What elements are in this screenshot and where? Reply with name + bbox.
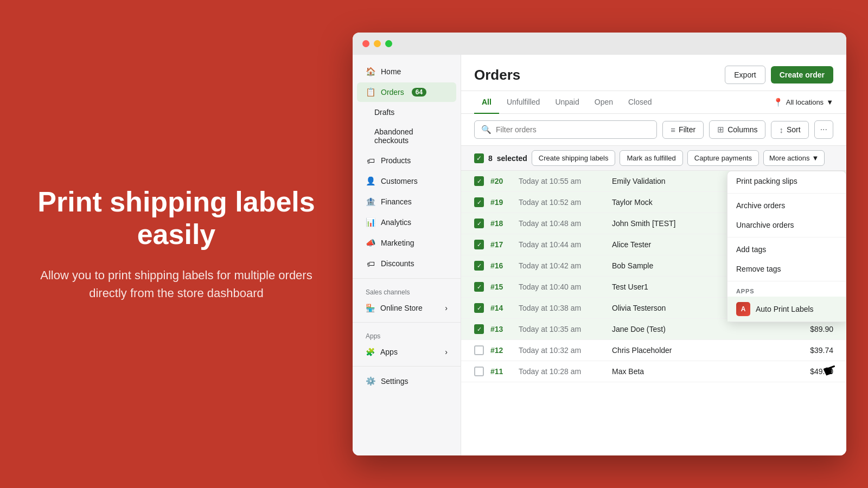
close-button[interactable] — [362, 40, 369, 47]
order-number: #12 — [490, 346, 512, 355]
sidebar-item-products[interactable]: 🏷 Products — [357, 151, 456, 170]
order-number: #14 — [490, 304, 512, 312]
row-checkbox[interactable] — [474, 345, 484, 355]
tab-unfulfilled[interactable]: Unfulfilled — [499, 91, 547, 114]
capture-payments-button[interactable]: Capture payments — [687, 150, 759, 166]
chevron-right-icon: › — [445, 304, 448, 312]
location-pin-icon: 📍 — [773, 98, 783, 107]
order-customer-name: Max Beta — [612, 367, 783, 376]
sidebar-item-orders[interactable]: 📋 Orders 64 — [357, 82, 456, 102]
columns-button[interactable]: ⊞ Columns — [709, 120, 765, 139]
order-customer-name: Alice Tester — [612, 240, 783, 249]
toolbar-more-button[interactable]: ··· — [814, 120, 833, 139]
search-box[interactable]: 🔍 — [474, 120, 657, 139]
table-row[interactable]: ✓ #13 Today at 10:35 am Jane Doe (Test) … — [461, 319, 846, 340]
table-row[interactable]: ✓ #15 Today at 10:40 am Test User1 $215.… — [461, 277, 846, 298]
sidebar-item-online-store[interactable]: 🏪 Online Store › — [357, 299, 456, 317]
order-amount: $69.74 — [790, 261, 833, 270]
sidebar-item-drafts[interactable]: Drafts — [357, 103, 456, 121]
create-shipping-labels-button[interactable]: Create shipping labels — [532, 150, 616, 166]
sidebar-item-customers[interactable]: 👤 Customers — [357, 171, 456, 191]
row-checkbox[interactable]: ✓ — [474, 303, 484, 313]
orders-badge: 64 — [412, 88, 426, 97]
sidebar-item-abandoned[interactable]: Abandoned checkouts — [357, 123, 456, 150]
row-checkbox[interactable]: ✓ — [474, 282, 484, 292]
analytics-icon: 📊 — [366, 217, 375, 227]
table-row[interactable]: ✓ #20 Today at 10:55 am Emily Validation… — [461, 171, 846, 192]
table-row[interactable]: ✓ #14 Today at 10:38 am Olivia Testerson… — [461, 298, 846, 319]
order-time: Today at 10:35 am — [519, 325, 605, 333]
location-chevron-icon: ▼ — [826, 98, 833, 106]
settings-icon: ⚙️ — [366, 376, 375, 386]
tabs: All Unfulfilled Unpaid Open Closed — [474, 91, 660, 113]
sales-channels-label: Sales channels — [353, 283, 461, 298]
sidebar-item-home[interactable]: 🏠 Home — [357, 62, 456, 81]
products-icon: 🏷 — [366, 156, 375, 165]
order-number: #13 — [490, 325, 512, 333]
table-row[interactable]: #12 Today at 10:32 am Chris Placeholder … — [461, 340, 846, 361]
mark-as-fulfilled-button[interactable]: Mark as fulfilled — [620, 150, 682, 166]
selection-bar: ✓ 8 selected Create shipping labels Mark… — [461, 146, 846, 171]
marketing-icon: 📣 — [366, 238, 375, 248]
table-row[interactable]: ✓ #17 Today at 10:44 am Alice Tester $43… — [461, 234, 846, 255]
order-customer-name: Jane Doe (Test) — [612, 325, 783, 333]
main-content: Orders Export Create order All Unfulfill… — [461, 55, 846, 455]
location-filter[interactable]: 📍 All locations ▼ — [773, 98, 833, 107]
home-icon: 🏠 — [366, 67, 375, 76]
order-amount: $49.90 — [790, 367, 833, 376]
marketing-subtitle: Allow you to print shipping labels for m… — [33, 266, 320, 302]
tab-all[interactable]: All — [474, 91, 499, 114]
order-number: #19 — [490, 198, 512, 207]
tab-open[interactable]: Open — [587, 91, 621, 114]
selected-label: selected — [497, 154, 527, 163]
sidebar-item-analytics[interactable]: 📊 Analytics — [357, 213, 456, 232]
online-store-icon: 🏪 — [366, 304, 375, 312]
discounts-icon: 🏷 — [366, 259, 375, 268]
table-row[interactable]: ✓ #16 Today at 10:42 am Bob Sample $69.7… — [461, 255, 846, 277]
row-checkbox[interactable]: ✓ — [474, 197, 484, 207]
filter-button[interactable]: ≡ Filter — [662, 121, 704, 139]
order-amount: $29.74 — [790, 177, 833, 185]
order-time: Today at 10:40 am — [519, 282, 605, 291]
select-all-checkbox[interactable]: ✓ — [474, 153, 484, 163]
maximize-button[interactable] — [385, 40, 392, 47]
more-actions-chevron-icon: ▼ — [812, 154, 819, 162]
sidebar-divider-3 — [353, 366, 461, 367]
apps-icon: 🧩 — [366, 348, 375, 356]
row-checkbox[interactable]: ✓ — [474, 240, 484, 249]
table-row[interactable]: ✓ #19 Today at 10:52 am Taylor Mock $39.… — [461, 192, 846, 213]
minimize-button[interactable] — [374, 40, 381, 47]
tabs-row: All Unfulfilled Unpaid Open Closed 📍 All… — [461, 91, 846, 114]
sidebar-divider-2 — [353, 322, 461, 323]
header-actions: Export Create order — [725, 66, 833, 84]
sidebar-item-apps[interactable]: 🧩 Apps › — [357, 343, 456, 361]
tab-unpaid[interactable]: Unpaid — [547, 91, 586, 114]
sort-button[interactable]: ↕ Sort — [771, 121, 808, 139]
sidebar-item-discounts[interactable]: 🏷 Discounts — [357, 254, 456, 273]
row-checkbox[interactable]: ✓ — [474, 219, 484, 228]
create-order-button[interactable]: Create order — [771, 66, 833, 84]
order-time: Today at 10:55 am — [519, 177, 605, 185]
table-row[interactable]: #11 Today at 10:28 am Max Beta $49.90 — [461, 361, 846, 382]
sidebar-item-marketing[interactable]: 📣 Marketing — [357, 233, 456, 253]
sidebar-item-finances[interactable]: 🏦 Finances — [357, 192, 456, 211]
order-time: Today at 10:52 am — [519, 198, 605, 207]
orders-table: ✓ #20 Today at 10:55 am Emily Validation… — [461, 171, 846, 455]
page-header: Orders Export Create order — [461, 55, 846, 91]
more-actions-button[interactable]: More actions ▼ — [763, 150, 825, 166]
sidebar: 🏠 Home 📋 Orders 64 Drafts Abandoned chec… — [353, 55, 461, 455]
sidebar-divider-1 — [353, 278, 461, 279]
row-checkbox[interactable]: ✓ — [474, 324, 484, 334]
table-row[interactable]: ✓ #18 Today at 10:48 am John Smith [TEST… — [461, 213, 846, 234]
row-checkbox[interactable]: ✓ — [474, 261, 484, 271]
tab-closed[interactable]: Closed — [621, 91, 660, 114]
browser-titlebar — [353, 33, 846, 55]
sidebar-item-settings[interactable]: ⚙️ Settings — [357, 371, 456, 391]
row-checkbox[interactable]: ✓ — [474, 176, 484, 186]
order-number: #17 — [490, 240, 512, 249]
export-button[interactable]: Export — [725, 66, 765, 84]
row-checkbox[interactable] — [474, 367, 484, 376]
search-input[interactable] — [496, 125, 650, 134]
marketing-panel: Print shipping labels easily Allow you t… — [0, 0, 353, 488]
order-time: Today at 10:48 am — [519, 219, 605, 228]
